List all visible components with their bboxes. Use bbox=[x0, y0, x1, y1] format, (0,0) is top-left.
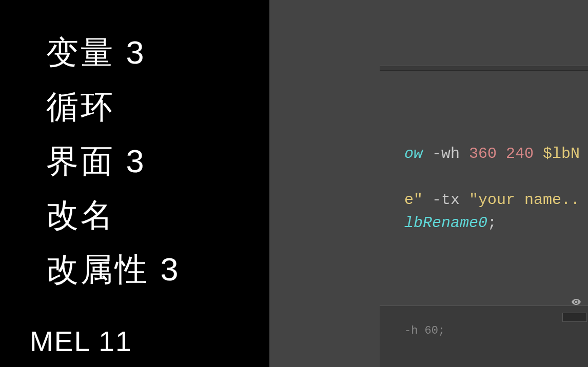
output-panel: -h 60; bbox=[380, 305, 588, 367]
code-line: ow -wh 360 240 $lbN bbox=[380, 142, 588, 166]
code-line: lbRename0; bbox=[380, 212, 588, 235]
editor-top-area bbox=[287, 0, 588, 66]
topic-item: 界面 3 bbox=[46, 134, 269, 189]
output-line: -h 60; bbox=[404, 324, 445, 337]
code-line-blank bbox=[380, 166, 588, 189]
code-line: e" -tx "your name.. bbox=[380, 189, 588, 212]
topic-item: 改属性 3 bbox=[46, 242, 269, 297]
script-editor-panel: ow -wh 360 240 $lbN e" -tx "your name.. … bbox=[287, 0, 588, 367]
topic-item: 变量 3 bbox=[46, 26, 269, 80]
topic-item: 改名 bbox=[46, 188, 269, 242]
topic-item: 循环 bbox=[46, 80, 269, 134]
scrollbar-segment[interactable] bbox=[562, 313, 587, 322]
visibility-icon[interactable] bbox=[572, 298, 581, 304]
code-editor[interactable]: ow -wh 360 240 $lbN e" -tx "your name.. … bbox=[380, 71, 588, 305]
editor-separator bbox=[380, 66, 588, 71]
panel-gap bbox=[269, 0, 287, 367]
topic-list: 变量 3 循环 界面 3 改名 改属性 3 bbox=[46, 26, 269, 297]
lesson-label: MEL 11 bbox=[30, 325, 132, 358]
left-title-panel: 变量 3 循环 界面 3 改名 改属性 3 MEL 11 bbox=[0, 0, 269, 367]
